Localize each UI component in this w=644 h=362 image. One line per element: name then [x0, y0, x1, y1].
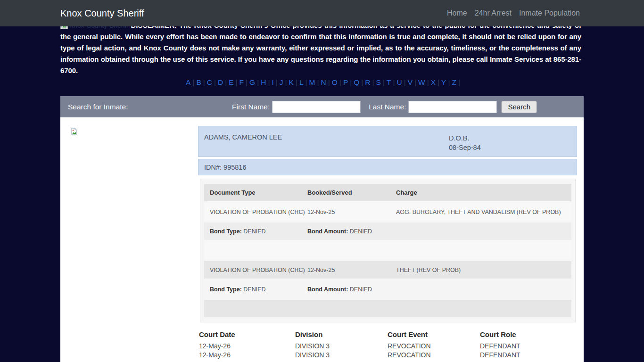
bond-type-value: DENIED	[243, 286, 265, 293]
court-role: DEFENDANT	[480, 342, 577, 351]
court-date: 12-May-26	[199, 351, 295, 360]
alphabet-link-S[interactable]: S	[374, 78, 383, 86]
alphabet-link-A[interactable]: A	[184, 78, 192, 86]
nav-item-home[interactable]: Home	[443, 5, 471, 21]
last-name-input[interactable]	[408, 101, 497, 113]
col-document-type: Document Type	[210, 189, 307, 196]
bond-type: Bond Type: DENIED	[210, 228, 307, 235]
inmate-idn: IDN#: 995816	[204, 164, 246, 171]
first-name-input[interactable]	[272, 101, 361, 113]
bond-amount-value: DENIED	[350, 228, 372, 235]
alphabet-link-I[interactable]: I	[270, 78, 275, 86]
charges-table: Document Type Booked/Served Charge VIOLA…	[200, 179, 576, 322]
nav-item-24hr-arrest[interactable]: 24hr Arrest	[471, 5, 515, 21]
court-row: 08-Jun-26 FELONY REPORT BACK DEFENDANT	[199, 360, 577, 362]
court-row: 12-May-26 DIVISION 3 REVOCATION DEFENDAN…	[199, 351, 577, 360]
results-area: ADAMS, CAMERON LEE D.O.B. 08-Sep-84 IDN#…	[60, 117, 584, 362]
court-event: REVOCATION	[388, 342, 480, 351]
court-role: DEFENDANT	[480, 351, 577, 360]
alphabet-link-W[interactable]: W	[416, 78, 427, 86]
inmate-header-card: ADAMS, CAMERON LEE D.O.B. 08-Sep-84	[198, 126, 577, 157]
alphabet-link-U[interactable]: U	[395, 78, 404, 86]
letter-separator: |	[372, 78, 374, 86]
alphabet-link-O[interactable]: O	[330, 78, 339, 86]
inmate-name: ADAMS, CAMERON LEE	[204, 133, 282, 141]
inmate-photo-broken-image-icon	[70, 127, 78, 136]
court-row: 12-May-26 DIVISION 3 REVOCATION DEFENDAN…	[199, 342, 577, 351]
letter-separator: |	[317, 78, 319, 86]
court-event: REVOCATION	[388, 351, 480, 360]
col-charge: Charge	[396, 189, 571, 196]
alphabet-link-H[interactable]: H	[259, 78, 268, 86]
last-name-label: Last Name:	[369, 103, 406, 111]
alphabet-link-C[interactable]: C	[205, 78, 214, 86]
disclaimer-text: Knox County SheriffDISCLAIMER: The Knox …	[60, 20, 581, 76]
alphabet-link-J[interactable]: J	[278, 78, 285, 86]
alphabet-link-G[interactable]: G	[248, 78, 257, 86]
dob-label: D.O.B.	[449, 133, 481, 143]
alphabet-link-X[interactable]: X	[429, 78, 438, 86]
charge: THEFT (REV OF PROB)	[396, 267, 571, 273]
court-table: Court Date Division Court Event Court Ro…	[198, 331, 577, 362]
alphabet-link-P[interactable]: P	[341, 78, 350, 86]
letter-separator: |	[285, 78, 287, 86]
nav-links: Home 24hr Arrest Inmate Population	[443, 5, 584, 21]
letter-separator: |	[305, 78, 307, 86]
empty-row	[204, 300, 571, 317]
alphabet-link-Q[interactable]: Q	[352, 78, 361, 86]
court-header-row: Court Date Division Court Event Court Ro…	[199, 331, 577, 338]
alphabet-link-N[interactable]: N	[319, 78, 328, 86]
alphabet-link-Y[interactable]: Y	[439, 78, 448, 86]
bond-type-label: Bond Type:	[210, 228, 242, 235]
alphabet-link-T[interactable]: T	[385, 78, 393, 86]
alphabet-link-L[interactable]: L	[297, 78, 305, 86]
alphabet-nav: A|B|C|D|E|F|G|H|I|J|K|L|M|N|O|P|Q|R|S|T|…	[60, 78, 584, 87]
court-event: REPORT BACK	[388, 360, 480, 362]
court-date: 12-May-26	[199, 342, 295, 351]
court-date: 08-Jun-26	[199, 360, 295, 362]
disclaimer-body: DISCLAIMER: The Knox County Sheriff's Of…	[60, 21, 581, 74]
bond-type-value: DENIED	[243, 228, 265, 235]
bond-type-label: Bond Type:	[210, 286, 242, 293]
bond-amount: Bond Amount: DENIED	[307, 286, 396, 293]
col-division: Division	[295, 331, 388, 338]
division: DIVISION 3	[295, 351, 388, 360]
spacer-row	[204, 242, 571, 259]
inmate-idn-card: IDN#: 995816	[198, 159, 577, 175]
charges-header-row: Document Type Booked/Served Charge	[204, 184, 571, 201]
alphabet-link-E[interactable]: E	[227, 78, 235, 86]
navbar: Knox County Sheriff Home 24hr Arrest Inm…	[0, 0, 644, 26]
letter-separator: |	[458, 78, 460, 86]
nav-item-inmate-population[interactable]: Inmate Population	[515, 5, 584, 21]
charge: AGG. BURGLARY, THEFT AND VANDALISM (REV …	[396, 209, 571, 215]
dob-value: 08-Sep-84	[449, 143, 481, 152]
division: DIVISION 3	[295, 342, 388, 351]
search-bar: Search for Inmate: First Name: Last Name…	[60, 96, 584, 117]
booked-served: 12-Nov-25	[307, 267, 396, 273]
alphabet-link-Z[interactable]: Z	[450, 78, 458, 86]
charge-row: VIOLATION OF PROBATION (CRC) 12-Nov-25 T…	[204, 261, 571, 279]
search-button[interactable]: Search	[501, 101, 537, 113]
charge-row: VIOLATION OF PROBATION (CRC) 12-Nov-25 A…	[204, 203, 571, 221]
alphabet-link-R[interactable]: R	[363, 78, 372, 86]
brand-link[interactable]: Knox County Sheriff	[60, 8, 144, 19]
bond-amount-label: Bond Amount:	[307, 228, 348, 235]
alphabet-link-F[interactable]: F	[238, 78, 246, 86]
bond-amount-label: Bond Amount:	[307, 286, 348, 293]
col-court-role: Court Role	[480, 331, 577, 338]
division: FELONY	[295, 360, 388, 362]
alphabet-link-K[interactable]: K	[287, 78, 296, 86]
alphabet-link-B[interactable]: B	[194, 78, 203, 86]
letter-separator: |	[236, 78, 238, 86]
bond-row: Bond Type: DENIED Bond Amount: DENIED	[204, 222, 571, 240]
bond-amount-value: DENIED	[350, 286, 372, 293]
alphabet-link-M[interactable]: M	[307, 78, 317, 86]
first-name-label: First Name:	[232, 103, 270, 111]
alphabet-link-V[interactable]: V	[406, 78, 414, 86]
search-title: Search for Inmate:	[68, 103, 128, 111]
alphabet-link-D[interactable]: D	[216, 78, 225, 86]
col-court-event: Court Event	[388, 331, 480, 338]
court-role: DEFENDANT	[480, 360, 577, 362]
booked-served: 12-Nov-25	[307, 209, 396, 215]
bond-amount: Bond Amount: DENIED	[307, 228, 396, 235]
